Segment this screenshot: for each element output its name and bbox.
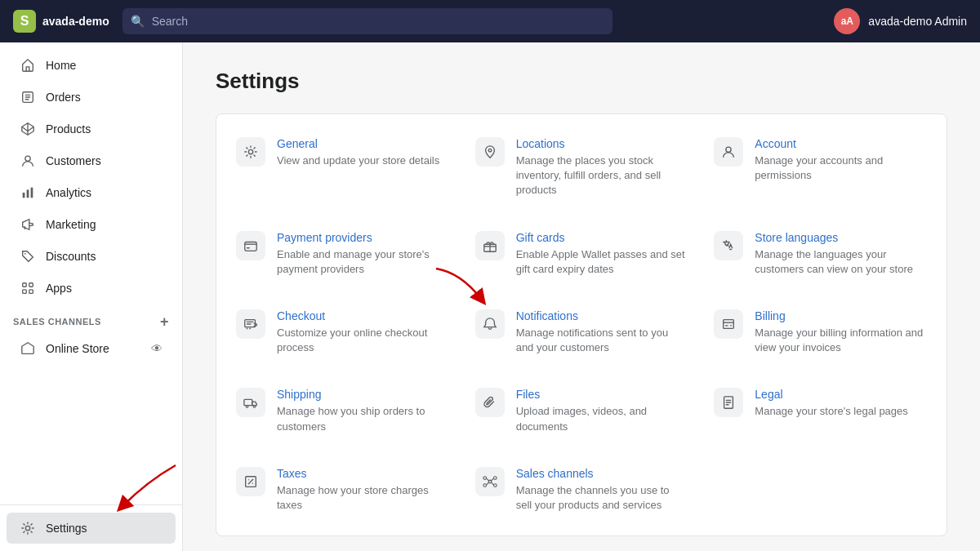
- sidebar-item-discounts[interactable]: Discounts: [7, 241, 176, 272]
- online-store-label: Online Store: [46, 342, 109, 355]
- settings-card: General View and update your store detai…: [216, 113, 947, 536]
- truck-icon: [236, 388, 265, 417]
- sidebar-item-orders[interactable]: Orders: [7, 82, 176, 113]
- store-icon: [20, 340, 36, 357]
- marketing-icon: [20, 216, 36, 233]
- sidebar-analytics-label: Analytics: [46, 186, 91, 199]
- sidebar-bottom: Settings: [0, 504, 182, 551]
- layout: Home Orders Products Customers: [0, 42, 980, 551]
- svg-rect-21: [244, 400, 252, 406]
- taxes-desc: Manage how your store charges taxes: [277, 483, 449, 513]
- avatar[interactable]: aA: [834, 8, 860, 34]
- main-content: Settings General View and update your st…: [183, 42, 980, 551]
- languages-desc: Manage the languages your customers can …: [755, 247, 927, 277]
- svg-point-27: [483, 476, 487, 479]
- empty-cell: [701, 451, 940, 529]
- svg-point-2: [25, 156, 30, 161]
- settings-item-general[interactable]: General View and update your store detai…: [223, 121, 462, 215]
- svg-point-6: [24, 253, 26, 255]
- files-desc: Upload images, videos, and documents: [516, 404, 688, 433]
- settings-item-notifications[interactable]: Notifications Manage notifications sent …: [462, 293, 702, 371]
- sidebar-nav: Home Orders Products Customers: [0, 42, 182, 371]
- analytics-icon: [20, 184, 36, 201]
- settings-item-taxes[interactable]: Taxes Manage how your store charges taxe…: [223, 451, 462, 529]
- settings-icon: [20, 520, 36, 536]
- settings-item-gift-cards[interactable]: Gift cards Enable Apple Wallet passes an…: [462, 215, 702, 293]
- sidebar-item-online-store[interactable]: Online Store 👁: [7, 333, 176, 364]
- page-title: Settings: [216, 69, 947, 94]
- topbar-right: aA avada-demo Admin: [834, 8, 967, 34]
- arrow-container: General View and update your store detai…: [216, 113, 947, 536]
- home-icon: [20, 57, 36, 73]
- svg-point-13: [488, 149, 492, 152]
- search-bar: 🔍: [122, 8, 612, 34]
- svg-point-19: [249, 327, 251, 329]
- svg-point-11: [25, 526, 29, 530]
- settings-item-locations[interactable]: Locations Manage the places you stock in…: [462, 121, 702, 215]
- svg-point-30: [493, 483, 497, 487]
- svg-rect-15: [245, 242, 256, 251]
- legal-icon: [714, 388, 743, 417]
- translate-icon: [714, 231, 743, 260]
- svg-rect-8: [29, 283, 33, 287]
- channels-icon: [475, 467, 505, 496]
- sidebar-item-home[interactable]: Home: [7, 50, 176, 81]
- giftcards-title: Gift cards: [516, 231, 688, 244]
- saleschannels-title: Sales channels: [516, 467, 688, 480]
- locations-title: Locations: [516, 137, 688, 150]
- svg-point-26: [488, 480, 492, 483]
- svg-rect-9: [23, 290, 27, 294]
- sidebar-marketing-label: Marketing: [46, 218, 96, 231]
- sidebar-item-marketing[interactable]: Marketing: [7, 209, 176, 240]
- payment-desc: Enable and manage your store's payment p…: [277, 247, 449, 277]
- svg-point-22: [246, 406, 248, 408]
- sidebar-home-label: Home: [46, 59, 76, 72]
- add-sales-channel-button[interactable]: +: [160, 314, 169, 329]
- settings-item-account[interactable]: Account Manage your accounts and permiss…: [701, 121, 940, 215]
- search-input[interactable]: [122, 8, 612, 34]
- languages-title: Store languages: [755, 231, 927, 244]
- svg-point-18: [247, 327, 248, 329]
- settings-item-checkout[interactable]: Checkout Customize your online checkout …: [223, 293, 462, 371]
- gear-icon: [236, 137, 265, 167]
- svg-rect-5: [31, 188, 33, 198]
- red-arrow-settings: [183, 457, 188, 522]
- general-desc: View and update your store details: [277, 153, 439, 168]
- settings-item-payment-providers[interactable]: Payment providers Enable and manage your…: [223, 215, 462, 293]
- svg-rect-10: [29, 290, 33, 294]
- sidebar-apps-label: Apps: [46, 282, 72, 295]
- account-title: Account: [755, 137, 927, 150]
- checkout-title: Checkout: [277, 309, 449, 322]
- billing-title: Billing: [755, 309, 927, 322]
- sidebar-item-analytics[interactable]: Analytics: [7, 177, 176, 208]
- svg-rect-3: [23, 193, 25, 198]
- store-name: avada-demo: [42, 15, 109, 28]
- gift-icon: [475, 231, 505, 260]
- saleschannels-desc: Manage the channels you use to sell your…: [516, 483, 688, 513]
- settings-item-shipping[interactable]: Shipping Manage how you ship orders to c…: [223, 371, 462, 450]
- sidebar-item-customers[interactable]: Customers: [7, 145, 176, 176]
- sidebar-item-settings[interactable]: Settings: [7, 513, 176, 544]
- settings-item-store-languages[interactable]: Store languages Manage the languages you…: [701, 215, 940, 293]
- store-logo[interactable]: S avada-demo: [13, 10, 109, 33]
- giftcards-desc: Enable Apple Wallet passes and set gift …: [516, 247, 688, 277]
- sidebar-customers-label: Customers: [46, 154, 101, 167]
- settings-item-sales-channels[interactable]: Sales channels Manage the channels you u…: [462, 451, 702, 529]
- sidebar-item-products[interactable]: Products: [7, 113, 176, 144]
- payment-icon: [236, 231, 265, 260]
- clip-icon: [475, 388, 505, 417]
- locations-desc: Manage the places you stock inventory, f…: [516, 153, 688, 198]
- settings-item-files[interactable]: Files Upload images, videos, and documen…: [462, 371, 702, 450]
- eye-icon: 👁: [151, 342, 163, 355]
- sidebar-item-apps[interactable]: Apps: [7, 273, 176, 304]
- settings-item-legal[interactable]: Legal Manage your store's legal pages: [701, 371, 940, 450]
- svg-point-29: [483, 483, 487, 487]
- svg-point-28: [493, 476, 497, 479]
- sidebar: Home Orders Products Customers: [0, 42, 183, 551]
- settings-item-billing[interactable]: Billing Manage your billing information …: [701, 293, 940, 371]
- svg-rect-20: [724, 320, 734, 329]
- apps-icon: [20, 280, 36, 296]
- admin-label: avada-demo Admin: [868, 15, 967, 28]
- customers-icon: [20, 153, 36, 169]
- legal-desc: Manage your store's legal pages: [755, 404, 907, 419]
